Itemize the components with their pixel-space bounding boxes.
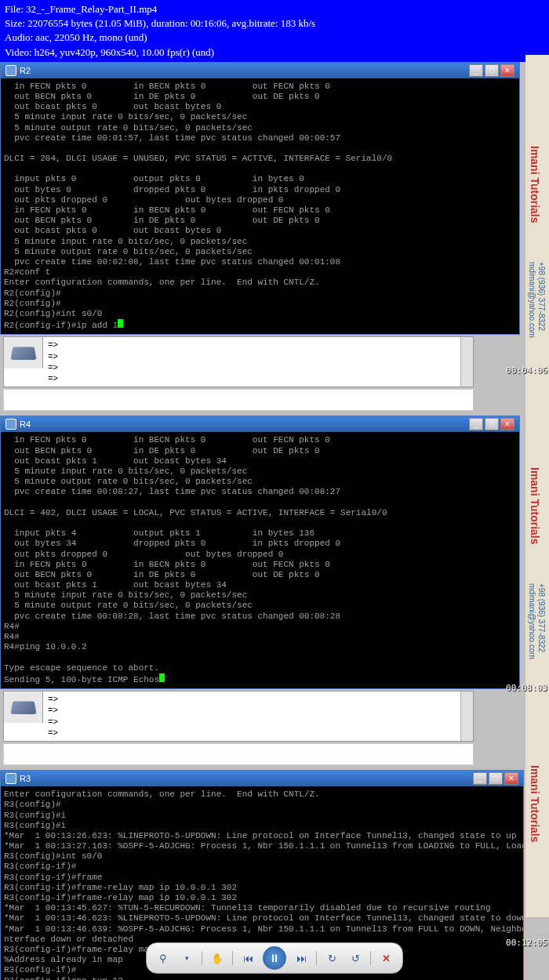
maximize-button[interactable]: □ xyxy=(485,418,499,430)
maximize-button[interactable]: □ xyxy=(485,64,499,77)
hand-icon[interactable]: ✋ xyxy=(209,949,226,967)
separator xyxy=(202,951,202,965)
timestamp-r3: 00:12:05 xyxy=(506,938,547,948)
close-button[interactable]: ✕ xyxy=(500,418,514,430)
close-button[interactable]: ✕ xyxy=(500,64,514,77)
prev-button[interactable]: ⏮ xyxy=(239,949,256,967)
window-r2: R2 _ □ ✕ in FECN pkts 0 in BECN pkts 0 o… xyxy=(0,62,520,336)
device-panel-r4: => => => => xyxy=(3,691,474,742)
dropdown-icon[interactable]: ▾ xyxy=(178,949,195,967)
separator xyxy=(316,951,317,965)
play-button[interactable]: ⏸ xyxy=(263,946,286,970)
lower-panel xyxy=(3,389,474,411)
app-icon xyxy=(5,773,16,784)
terminal-r4[interactable]: in FECN pkts 0 in BECN pkts 0 out FECN p… xyxy=(1,432,519,688)
window-title: R4 xyxy=(20,419,31,429)
lower-panel xyxy=(3,743,474,765)
window-title: R2 xyxy=(20,66,31,75)
router-icon[interactable] xyxy=(4,691,43,723)
brand-name: Imani Tutorials xyxy=(525,141,544,228)
maximize-button[interactable]: □ xyxy=(489,772,503,785)
window-r4: R4 _ □ ✕ in FECN pkts 0 in BECN pkts 0 o… xyxy=(0,416,520,689)
brand-name: Imani Tutorials xyxy=(525,463,544,550)
minimize-button[interactable]: _ xyxy=(473,772,487,785)
loop-icon[interactable]: ↻ xyxy=(323,949,340,967)
terminal-r2[interactable]: in FECN pkts 0 in BECN pkts 0 out FECN p… xyxy=(1,78,519,335)
video-info-line: Video: h264, yuv420p, 960x540, 10.00 fps… xyxy=(5,45,544,60)
app-icon xyxy=(5,65,16,76)
subpanel-text: => => => => xyxy=(43,691,460,741)
separator xyxy=(232,951,233,965)
timestamp-r2: 00:04:06 xyxy=(506,365,547,376)
stop-button[interactable]: ✕ xyxy=(377,949,394,967)
file-size-line: Size: 22076554 bytes (21.05 MiB), durati… xyxy=(5,16,544,31)
app-icon xyxy=(5,419,16,430)
close-button[interactable]: ✕ xyxy=(504,772,518,785)
separator xyxy=(370,951,371,965)
minimize-button[interactable]: _ xyxy=(469,64,483,77)
router-icon[interactable] xyxy=(4,337,43,368)
file-name-line: File: 32_-_Frame_Relay-Part_II.mp4 xyxy=(5,2,544,16)
scrollbar[interactable] xyxy=(460,691,473,741)
minimize-button[interactable]: _ xyxy=(469,418,483,430)
titlebar-r4[interactable]: R4 _ □ ✕ xyxy=(1,416,519,432)
subpanel-text: => => => => xyxy=(43,337,460,387)
media-toolbar: ⚲ ▾ ✋ ⏮ ⏸ ⏭ ↻ ↺ ✕ xyxy=(146,942,403,974)
device-panel-r2: => => => => xyxy=(3,336,474,387)
window-title: R3 xyxy=(20,774,31,783)
titlebar-r3[interactable]: R3 _ □ ✕ xyxy=(1,771,523,786)
contact-email: mdimani@yahoo.com xyxy=(526,580,538,662)
audio-info-line: Audio: aac, 22050 Hz, mono (und) xyxy=(5,31,544,45)
timestamp-r4: 00:08:03 xyxy=(506,683,547,693)
brand-name: Imani Tutorials xyxy=(525,760,544,848)
file-info-header: File: 32_-_Frame_Relay-Part_II.mp4 Size:… xyxy=(0,0,549,62)
brand-sidebar: Imani Tutorials +98 (936) 377-8322 mdima… xyxy=(525,55,549,917)
titlebar-r2[interactable]: R2 _ □ ✕ xyxy=(1,63,519,78)
contact-email: mdimani@yahoo.com xyxy=(526,259,538,341)
next-button[interactable]: ⏭ xyxy=(293,949,310,967)
scrollbar[interactable] xyxy=(460,337,473,387)
reload-icon[interactable]: ↺ xyxy=(347,949,364,967)
zoom-icon[interactable]: ⚲ xyxy=(155,949,172,967)
